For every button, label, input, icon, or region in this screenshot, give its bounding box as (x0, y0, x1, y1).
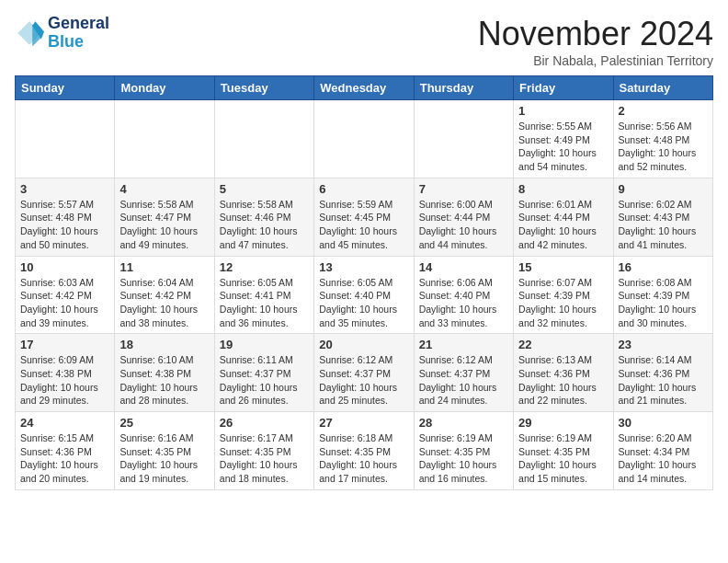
calendar-day-cell: 18Sunrise: 6:10 AMSunset: 4:38 PMDayligh… (115, 334, 214, 412)
calendar-day-cell: 14Sunrise: 6:06 AMSunset: 4:40 PMDayligh… (414, 256, 513, 334)
weekday-header: Monday (115, 76, 214, 100)
day-number: 12 (220, 260, 309, 274)
day-info: Sunrise: 6:15 AMSunset: 4:36 PMDaylight:… (20, 431, 109, 486)
day-info: Sunrise: 6:13 AMSunset: 4:36 PMDaylight:… (518, 353, 608, 408)
day-number: 10 (20, 260, 109, 274)
weekday-header: Wednesday (314, 76, 414, 100)
day-number: 5 (220, 182, 309, 196)
day-info: Sunrise: 5:56 AMSunset: 4:48 PMDaylight:… (619, 120, 708, 174)
calendar-day-cell: 17Sunrise: 6:09 AMSunset: 4:38 PMDayligh… (16, 334, 115, 412)
day-info: Sunrise: 6:12 AMSunset: 4:37 PMDaylight:… (419, 353, 508, 408)
weekday-header: Saturday (613, 76, 712, 100)
calendar-day-cell (214, 100, 313, 178)
calendar-day-cell: 4Sunrise: 5:58 AMSunset: 4:47 PMDaylight… (115, 178, 214, 256)
calendar-week-row: 24Sunrise: 6:15 AMSunset: 4:36 PMDayligh… (16, 412, 713, 490)
calendar-day-cell: 9Sunrise: 6:02 AMSunset: 4:43 PMDaylight… (613, 178, 712, 256)
day-number: 1 (518, 104, 608, 118)
day-info: Sunrise: 5:55 AMSunset: 4:49 PMDaylight:… (518, 120, 608, 174)
day-number: 19 (220, 338, 309, 351)
weekday-header-row: SundayMondayTuesdayWednesdayThursdayFrid… (16, 76, 713, 100)
day-number: 18 (119, 338, 209, 351)
calendar-day-cell: 24Sunrise: 6:15 AMSunset: 4:36 PMDayligh… (16, 412, 115, 490)
calendar-day-cell: 22Sunrise: 6:13 AMSunset: 4:36 PMDayligh… (514, 334, 613, 412)
calendar-day-cell: 28Sunrise: 6:19 AMSunset: 4:35 PMDayligh… (414, 412, 513, 490)
day-info: Sunrise: 6:06 AMSunset: 4:40 PMDaylight:… (419, 276, 508, 330)
day-info: Sunrise: 6:02 AMSunset: 4:43 PMDaylight:… (619, 198, 708, 252)
calendar-day-cell: 3Sunrise: 5:57 AMSunset: 4:48 PMDaylight… (16, 178, 115, 256)
weekday-header: Friday (514, 76, 613, 100)
logo-icon (15, 18, 44, 48)
day-info: Sunrise: 6:09 AMSunset: 4:38 PMDaylight:… (20, 353, 109, 408)
calendar-day-cell: 6Sunrise: 5:59 AMSunset: 4:45 PMDaylight… (314, 178, 414, 256)
day-number: 20 (319, 338, 408, 351)
day-info: Sunrise: 6:05 AMSunset: 4:41 PMDaylight:… (220, 276, 309, 330)
day-number: 4 (119, 182, 209, 196)
day-number: 2 (619, 104, 708, 118)
calendar-day-cell: 11Sunrise: 6:04 AMSunset: 4:42 PMDayligh… (115, 256, 214, 334)
day-number: 9 (619, 182, 708, 196)
day-number: 3 (20, 182, 109, 196)
logo-text: General Blue (48, 15, 109, 52)
calendar-day-cell: 5Sunrise: 5:58 AMSunset: 4:46 PMDaylight… (214, 178, 313, 256)
day-number: 21 (419, 338, 508, 351)
day-number: 8 (518, 182, 608, 196)
day-info: Sunrise: 6:18 AMSunset: 4:35 PMDaylight:… (319, 431, 408, 486)
day-info: Sunrise: 6:04 AMSunset: 4:42 PMDaylight:… (119, 276, 209, 330)
calendar-day-cell (314, 100, 414, 178)
day-number: 6 (319, 182, 408, 196)
day-info: Sunrise: 6:11 AMSunset: 4:37 PMDaylight:… (220, 353, 309, 408)
day-info: Sunrise: 5:59 AMSunset: 4:45 PMDaylight:… (319, 198, 408, 252)
month-title: November 2024 (478, 15, 713, 53)
day-info: Sunrise: 6:12 AMSunset: 4:37 PMDaylight:… (319, 353, 408, 408)
day-info: Sunrise: 5:58 AMSunset: 4:46 PMDaylight:… (220, 198, 309, 252)
day-info: Sunrise: 5:58 AMSunset: 4:47 PMDaylight:… (119, 198, 209, 252)
calendar-week-row: 1Sunrise: 5:55 AMSunset: 4:49 PMDaylight… (16, 100, 713, 178)
calendar-day-cell: 25Sunrise: 6:16 AMSunset: 4:35 PMDayligh… (115, 412, 214, 490)
title-block: November 2024 Bir Nabala, Palestinian Te… (478, 15, 713, 68)
day-number: 15 (518, 260, 608, 274)
calendar-day-cell: 16Sunrise: 6:08 AMSunset: 4:39 PMDayligh… (613, 256, 712, 334)
day-info: Sunrise: 6:00 AMSunset: 4:44 PMDaylight:… (419, 198, 508, 252)
logo: General Blue (15, 15, 109, 52)
calendar-day-cell: 12Sunrise: 6:05 AMSunset: 4:41 PMDayligh… (214, 256, 313, 334)
day-number: 14 (419, 260, 508, 274)
calendar-day-cell: 7Sunrise: 6:00 AMSunset: 4:44 PMDaylight… (414, 178, 513, 256)
location: Bir Nabala, Palestinian Territory (478, 53, 713, 68)
calendar-day-cell: 15Sunrise: 6:07 AMSunset: 4:39 PMDayligh… (514, 256, 613, 334)
calendar-day-cell: 21Sunrise: 6:12 AMSunset: 4:37 PMDayligh… (414, 334, 513, 412)
day-number: 11 (119, 260, 209, 274)
day-number: 26 (220, 416, 309, 430)
day-number: 25 (119, 416, 209, 430)
day-number: 23 (619, 338, 708, 351)
day-info: Sunrise: 6:14 AMSunset: 4:36 PMDaylight:… (619, 353, 708, 408)
calendar-week-row: 17Sunrise: 6:09 AMSunset: 4:38 PMDayligh… (16, 334, 713, 412)
day-info: Sunrise: 6:16 AMSunset: 4:35 PMDaylight:… (119, 431, 209, 486)
day-info: Sunrise: 6:08 AMSunset: 4:39 PMDaylight:… (619, 276, 708, 330)
calendar-week-row: 3Sunrise: 5:57 AMSunset: 4:48 PMDaylight… (16, 178, 713, 256)
weekday-header: Tuesday (214, 76, 313, 100)
calendar-week-row: 10Sunrise: 6:03 AMSunset: 4:42 PMDayligh… (16, 256, 713, 334)
day-info: Sunrise: 6:05 AMSunset: 4:40 PMDaylight:… (319, 276, 408, 330)
calendar-day-cell: 1Sunrise: 5:55 AMSunset: 4:49 PMDaylight… (514, 100, 613, 178)
day-info: Sunrise: 6:10 AMSunset: 4:38 PMDaylight:… (119, 353, 209, 408)
day-number: 30 (619, 416, 708, 430)
calendar-day-cell: 10Sunrise: 6:03 AMSunset: 4:42 PMDayligh… (16, 256, 115, 334)
calendar-day-cell: 26Sunrise: 6:17 AMSunset: 4:35 PMDayligh… (214, 412, 313, 490)
day-info: Sunrise: 6:17 AMSunset: 4:35 PMDaylight:… (220, 431, 309, 486)
calendar-day-cell: 30Sunrise: 6:20 AMSunset: 4:34 PMDayligh… (613, 412, 712, 490)
calendar-day-cell: 23Sunrise: 6:14 AMSunset: 4:36 PMDayligh… (613, 334, 712, 412)
day-number: 22 (518, 338, 608, 351)
calendar-day-cell: 8Sunrise: 6:01 AMSunset: 4:44 PMDaylight… (514, 178, 613, 256)
day-info: Sunrise: 5:57 AMSunset: 4:48 PMDaylight:… (20, 198, 109, 252)
day-number: 16 (619, 260, 708, 274)
calendar-day-cell: 19Sunrise: 6:11 AMSunset: 4:37 PMDayligh… (214, 334, 313, 412)
day-info: Sunrise: 6:19 AMSunset: 4:35 PMDaylight:… (419, 431, 508, 486)
day-number: 27 (319, 416, 408, 430)
calendar-table: SundayMondayTuesdayWednesdayThursdayFrid… (15, 75, 713, 490)
day-info: Sunrise: 6:20 AMSunset: 4:34 PMDaylight:… (619, 431, 708, 486)
calendar-day-cell: 20Sunrise: 6:12 AMSunset: 4:37 PMDayligh… (314, 334, 414, 412)
calendar-day-cell: 2Sunrise: 5:56 AMSunset: 4:48 PMDaylight… (613, 100, 712, 178)
calendar-day-cell: 13Sunrise: 6:05 AMSunset: 4:40 PMDayligh… (314, 256, 414, 334)
weekday-header: Thursday (414, 76, 513, 100)
day-number: 24 (20, 416, 109, 430)
